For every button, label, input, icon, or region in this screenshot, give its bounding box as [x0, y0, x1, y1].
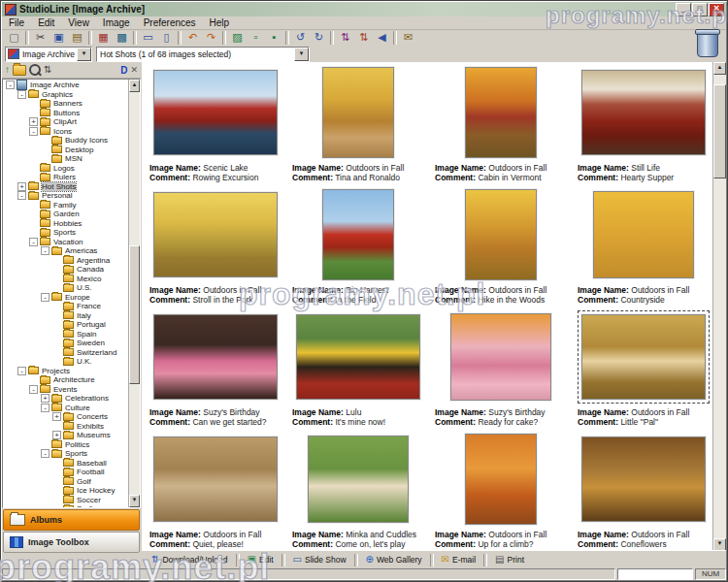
tree-item-architecture[interactable]: Architecture: [3, 375, 140, 385]
tree-item-italy[interactable]: Italy: [3, 311, 140, 321]
copy-icon[interactable]: ▣: [50, 29, 68, 46]
rotate-right-icon[interactable]: ↻: [310, 29, 328, 46]
gallery-item[interactable]: Image Name: Outdoors in FallComment: Cab…: [429, 64, 572, 186]
menu-edit[interactable]: Edit: [31, 17, 61, 28]
cut-icon[interactable]: ✂: [31, 29, 50, 46]
trash-icon[interactable]: [697, 32, 718, 57]
photo-thumbnail[interactable]: [296, 314, 420, 400]
tree-item-mexico[interactable]: Mexico: [3, 275, 140, 284]
tree-expander-icon[interactable]: -: [41, 404, 50, 412]
tree-expander-icon[interactable]: +: [52, 412, 61, 421]
photo-thumbnail[interactable]: [465, 434, 537, 525]
e-mail-button[interactable]: ✉E-mail: [436, 552, 481, 567]
undo-icon[interactable]: ↶: [183, 29, 202, 46]
monitor-icon[interactable]: ▭: [139, 29, 157, 46]
tree-scrollbar[interactable]: ▲ ▼: [128, 80, 140, 507]
menu-file[interactable]: File: [2, 17, 31, 28]
gallery-item[interactable]: Image Name: Outdoors in FallComment: Tin…: [286, 64, 429, 186]
photo-thumbnail[interactable]: [322, 189, 394, 280]
folder-select[interactable]: Hot Shots (1 of 68 images selected) ▼: [96, 47, 310, 62]
tree-item-sweden[interactable]: Sweden: [3, 339, 140, 348]
tree-item-portugal[interactable]: Portugal: [3, 320, 140, 330]
photo-thumbnail[interactable]: [593, 191, 694, 278]
photo-thumbnail[interactable]: [153, 192, 278, 277]
tree-expander-icon[interactable]: +: [17, 182, 26, 191]
thumb-large-icon[interactable]: ▪: [265, 29, 283, 46]
slide-show-button[interactable]: ▭Slide Show: [287, 552, 352, 567]
tree-item-sports[interactable]: Sports: [3, 228, 140, 238]
tree-item-americas[interactable]: -Americas: [3, 246, 140, 256]
tree-item-garden[interactable]: Garden: [3, 210, 140, 219]
tree-item-france[interactable]: France: [3, 302, 140, 311]
tree-item-politics[interactable]: Politics: [3, 440, 140, 450]
chevron-down-icon[interactable]: ▼: [294, 48, 309, 61]
scroll-up-icon[interactable]: ▲: [713, 62, 726, 75]
tree-item-culture[interactable]: -Culture: [3, 404, 140, 413]
gallery-scrollbar[interactable]: ▲ ▼: [712, 62, 726, 551]
gallery-item[interactable]: Image Name: Outdoors in FallComment: Con…: [572, 431, 713, 551]
tree-item-ice-hockey[interactable]: Ice Hockey: [3, 486, 140, 496]
tree-item-buddy-icons[interactable]: Buddy Icons: [3, 136, 140, 146]
image-toolbox-button[interactable]: Image Toolbox: [3, 532, 140, 553]
tree-item-switzerland[interactable]: Switzerland: [3, 348, 140, 358]
back-icon[interactable]: ◀: [373, 29, 391, 46]
scroll-thumb[interactable]: [129, 245, 140, 384]
tree-item-soccer[interactable]: Soccer: [3, 496, 140, 505]
tree-item-surfing[interactable]: Surfing: [3, 504, 140, 508]
tree-item-golf[interactable]: Golf: [3, 477, 140, 487]
photo-thumbnail[interactable]: [465, 67, 537, 158]
effects-icon[interactable]: ▨: [228, 29, 247, 46]
gallery-item[interactable]: Image Name: Outdoors in FallComment: Str…: [144, 186, 286, 308]
scroll-up-icon[interactable]: ▲: [129, 80, 140, 92]
gallery-item[interactable]: Image Name: Suzy's BirthdayComment: Can …: [144, 308, 286, 431]
tree-item-u-k[interactable]: U.K.: [3, 357, 140, 367]
photo-thumbnail[interactable]: [581, 70, 706, 155]
photo-editor-icon[interactable]: ▩: [113, 29, 131, 46]
tree-expander-icon[interactable]: -: [17, 367, 26, 375]
tree-item-hot-shots[interactable]: +Hot Shots: [3, 182, 140, 192]
tree-item-exhibits[interactable]: Exhibits: [3, 422, 140, 432]
photo-thumbnail[interactable]: [322, 67, 394, 158]
archive-select[interactable]: Image Archive ▼: [5, 47, 92, 62]
tree-expander-icon[interactable]: -: [29, 127, 38, 136]
tree-item-family[interactable]: Family: [3, 201, 140, 210]
tree-expander-icon[interactable]: +: [52, 431, 61, 439]
tree-expander-icon[interactable]: -: [41, 293, 50, 302]
menu-image[interactable]: Image: [96, 17, 137, 28]
albums-button[interactable]: Albums: [3, 509, 140, 531]
tree-item-sports[interactable]: -Sports: [3, 449, 140, 459]
gallery-item[interactable]: Image Name: Still LifeComment: Hearty Su…: [572, 64, 713, 186]
tree-item-desktop[interactable]: Desktop: [3, 146, 140, 155]
chevron-down-icon[interactable]: ▼: [77, 48, 91, 61]
close-button[interactable]: ✕: [709, 3, 724, 16]
redo-icon[interactable]: ↷: [202, 29, 220, 46]
new-folder-icon[interactable]: [13, 65, 26, 76]
gallery-item[interactable]: Image Name: Minka and CuddlesComment: Co…: [286, 431, 429, 551]
image-tools-icon[interactable]: ▦: [94, 29, 113, 46]
gallery-item[interactable]: Image Name: Scenic LakeComment: Rowing E…: [144, 64, 286, 186]
minimize-button[interactable]: _: [676, 3, 691, 16]
photo-thumbnail[interactable]: [450, 313, 551, 401]
tree-expander-icon[interactable]: -: [29, 238, 38, 246]
send-icon[interactable]: ✉: [399, 29, 417, 46]
tree-expander-icon[interactable]: +: [29, 117, 38, 126]
tree-item-museums[interactable]: +Museums: [3, 431, 140, 440]
tree-item-rulers[interactable]: Rulers: [3, 173, 140, 182]
d-label[interactable]: D: [120, 65, 127, 76]
sort-ascending-icon[interactable]: ⇅: [336, 29, 354, 46]
tree-item-vacation[interactable]: -Vacation: [3, 238, 140, 247]
download-upload-button[interactable]: ⇅Download/Upload: [146, 552, 234, 567]
search-icon[interactable]: [29, 64, 41, 76]
scroll-down-icon[interactable]: ▼: [129, 495, 140, 507]
restore-button[interactable]: □: [692, 3, 708, 16]
photo-thumbnail[interactable]: [581, 314, 706, 400]
tree-expander-icon[interactable]: -: [29, 385, 38, 394]
tree-item-graphics[interactable]: -Graphics: [3, 90, 140, 100]
tree-item-canada[interactable]: Canada: [3, 265, 140, 275]
gallery-item[interactable]: Image Name: Outdoors in FallComment: Qui…: [144, 431, 286, 551]
up-arrow-icon[interactable]: ↑: [5, 63, 10, 77]
gallery-item[interactable]: Image Name: Outdoors in FallComment: Hik…: [429, 186, 572, 308]
tree-expander-icon[interactable]: -: [6, 81, 15, 89]
sort-descending-icon[interactable]: ⇅: [354, 29, 373, 46]
tree-item-hobbies[interactable]: Hobbies: [3, 219, 140, 229]
